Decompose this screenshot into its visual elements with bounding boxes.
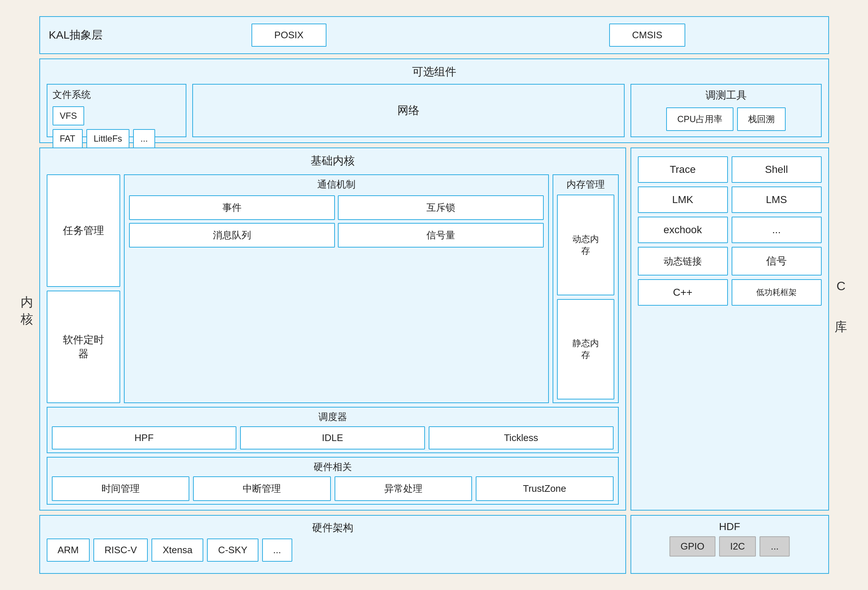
fat-box: FAT [53,129,83,148]
debug-more-box: ... [732,217,822,243]
lmk-box: LMK [638,186,728,213]
hw-arch-box: 硬件架构 ARM RISC-V Xtensa C-SKY ... [39,515,626,574]
msgqueue-box: 消息队列 [129,223,335,248]
sched-box: 调度器 HPF IDLE Tickless [47,407,619,453]
left-side-label: 内 核 [15,12,39,578]
csky-box: C-SKY [207,538,258,562]
trustzone-box: TrustZone [476,476,614,501]
hw-box: 硬件相关 时间管理 中断管理 异常处理 TrustZone [47,457,619,505]
network-box: 网络 [192,84,624,137]
event-box: 事件 [129,195,335,220]
vfs-box: VFS [53,106,84,126]
comm-box: 通信机制 事件 互斥锁 消息队列 信号量 [124,174,549,403]
posix-box: POSIX [251,24,326,47]
exception-box: 异常处理 [335,476,472,501]
semaphore-box: 信号量 [338,223,544,248]
debug-tools-title: 调测工具 [636,88,816,102]
fs-more-box: ... [133,129,155,148]
lms-box: LMS [732,186,822,213]
hdf-box: HDF GPIO I2C ... [630,515,829,574]
middle-section: 基础内核 任务管理 软件定时器 通信机制 事件 互斥锁 消息队列 [39,148,829,510]
dynlink-box: 动态链接 [638,247,728,275]
task-box: 任务管理 [47,174,120,287]
arch-title: 硬件架构 [47,521,619,535]
optional-row: 可选组件 文件系统 VFS FAT LittleFs ... 网络 [39,59,829,143]
arch-more-box: ... [262,538,292,562]
mem-title: 内存管理 [557,178,614,191]
network-label: 网络 [397,103,419,118]
riscv-box: RISC-V [93,538,148,562]
hdf-title: HDF [638,521,822,532]
timer-box: 软件定时器 [47,291,120,403]
right-side-label: C 库 [829,12,853,578]
filesystem-box: 文件系统 VFS FAT LittleFs ... [47,84,186,137]
comm-title: 通信机制 [129,178,544,191]
hw-title: 硬件相关 [52,460,614,473]
gpio-box: GPIO [669,536,716,556]
fs-title: 文件系统 [53,88,180,101]
littlefs-box: LittleFs [86,129,129,148]
arm-box: ARM [47,538,90,562]
kernel-main: 基础内核 任务管理 软件定时器 通信机制 事件 互斥锁 消息队列 [39,148,626,510]
idle-box: IDLE [240,426,425,450]
cmsis-box: CMSIS [609,24,685,47]
dynamic-mem-box: 动态内存 [557,195,614,295]
trace-box: Trace [638,156,728,183]
kernel-title: 基础内核 [47,154,619,169]
xtensa-box: Xtensa [152,538,203,562]
cpu-box: CPU占用率 [666,107,734,131]
debug-tools-optional: 调测工具 CPU占用率 栈回溯 [630,84,822,137]
static-mem-box: 静态内存 [557,299,614,400]
exchook-box: exchook [638,217,728,243]
shell-box: Shell [732,156,822,183]
cpp-box: C++ [638,279,728,306]
kal-label: KAL抽象层 [49,28,103,43]
time-box: 时间管理 [52,476,190,501]
lowpower-box: 低功耗框架 [732,279,822,306]
hpf-box: HPF [52,426,237,450]
optional-title: 可选组件 [47,64,822,80]
debug-right: Trace Shell LMK LMS exchook ... 动态链接 信号 [630,148,829,510]
i2c-box: I2C [719,536,756,556]
interrupt-box: 中断管理 [193,476,331,501]
mem-box: 内存管理 动态内存 静态内存 [552,174,619,403]
kal-row: KAL抽象层 POSIX CMSIS [39,16,829,54]
stack-box: 栈回溯 [737,107,786,131]
hdf-more-box: ... [760,536,790,556]
sched-title: 调度器 [52,411,614,423]
tickless-box: Tickless [429,426,614,450]
bottom-section: 硬件架构 ARM RISC-V Xtensa C-SKY ... HDF GPI… [39,515,829,574]
mutex-box: 互斥锁 [338,195,544,220]
signal-box: 信号 [732,247,822,275]
